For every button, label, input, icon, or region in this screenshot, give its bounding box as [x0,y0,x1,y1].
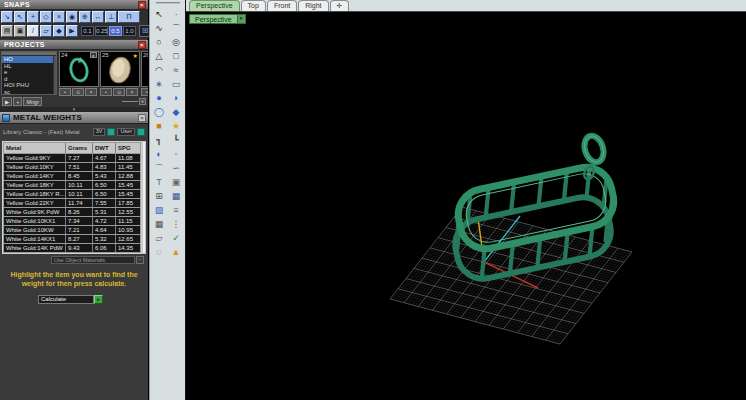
library-user-indicator[interactable] [137,128,145,136]
viewport-tab[interactable]: Front [267,0,297,11]
toolbar-button[interactable]: ▦ [151,218,167,231]
table-row[interactable]: White Gold:14KX1 8.27 5.32 12.65 [4,235,140,243]
viewport-title-dropdown[interactable]: Perspective ▼ [189,14,246,24]
osnap-button[interactable]: ◉ [66,11,78,23]
snap-value-field[interactable]: 0.25 [95,26,108,36]
toolbar-button[interactable]: ⌒ [151,162,167,175]
chevron-down-icon[interactable]: ▼ [237,14,246,24]
thumb-delete-button[interactable]: × [85,88,97,96]
thumb-select-button[interactable]: • [100,88,112,96]
toolbar-button[interactable]: ▧ [151,204,167,217]
snap-tool-button[interactable]: ▱ [40,25,52,37]
toolbar-button[interactable]: □ [168,50,184,63]
slider-plus-button[interactable]: + [139,98,146,105]
pendant-model[interactable] [450,133,618,283]
osnap-button[interactable]: × [53,11,65,23]
table-row[interactable]: White Gold:10KX1 7.34 4.72 11.15 [4,217,140,225]
snap-tool-button[interactable]: / [27,25,39,37]
toolbar-button[interactable]: ∙ [168,8,184,21]
thumb-delete-button[interactable]: × [126,88,138,96]
toolbar-button[interactable]: ┗ [168,134,184,147]
calculate-go-icon[interactable]: ▸ [94,295,103,304]
thumb-select-button[interactable]: • [141,88,148,96]
close-icon[interactable]: × [138,1,146,9]
toolbar-button[interactable]: ⋮ [168,218,184,231]
table-row[interactable]: Yellow Gold:22KY 11.74 7.55 17.85 [4,199,140,207]
snap-tool-button[interactable]: ▶ [66,25,78,37]
thumbnail-play-icon[interactable]: ▸ [90,52,97,58]
toolbar-button[interactable]: ★ [168,120,184,133]
library-3v-indicator[interactable] [107,128,115,136]
thumbnail-24[interactable]: 24 ▸ • ⊙ × [59,51,99,96]
close-icon[interactable]: × [138,114,146,122]
thumbnail-26[interactable]: 26 • ⊙ [141,51,148,96]
table-row[interactable]: White Gold:10KW 7.21 4.64 10.95 [4,226,140,234]
dropdown-arrow-icon[interactable]: ▪ [136,256,144,264]
viewport-tab[interactable]: Top [241,0,266,11]
toolbar-button[interactable]: ≡ [168,204,184,217]
osnap-button[interactable]: ↘ [1,11,13,23]
library-user-button[interactable]: User [117,128,135,136]
toolbar-button[interactable]: ⌒ [168,22,184,35]
toolbar-button[interactable]: ■ [151,120,167,133]
toolbar-button[interactable]: ∽ [168,162,184,175]
snap-value-field[interactable]: 0.5 [109,26,122,36]
toolbar-button[interactable]: ┓ [151,134,167,147]
toolbar-button[interactable]: T [151,176,167,189]
materials-dropdown-value[interactable]: Use Object Materials [51,256,135,264]
viewport-tab[interactable]: Right [298,0,328,11]
perspective-viewport[interactable]: Perspective ▼ [186,12,746,400]
toolbar-button[interactable]: ∿ [151,22,167,35]
toolbar-button[interactable]: ⊞ [151,190,167,203]
table-row[interactable]: Yellow Gold:14KY 8.45 5.43 12.88 [4,172,140,180]
project-play-button[interactable]: ▶ [2,97,12,106]
thumbnail-25[interactable]: 25 ★ • ⊙ × [100,51,140,96]
table-row[interactable]: Yellow Gold:10KY 7.51 4.83 11.45 [4,163,140,171]
toolbar-button[interactable]: ∗ [151,78,167,91]
calculate-button[interactable]: Calculate [38,295,94,304]
table-row[interactable]: White Gold:9K PdW 8.26 5.31 12.55 [4,208,140,216]
toolbar-drag-handle[interactable] [156,2,180,4]
osnap-button[interactable]: ⊥ [105,11,117,23]
toolbar-button[interactable]: ↖ [151,8,167,21]
toolbar-button[interactable]: ◐ [151,148,167,161]
snap-value-field[interactable]: 0.1 [81,26,94,36]
toolbar-button[interactable]: ◦ [168,148,184,161]
toolbar-button[interactable]: △ [151,50,167,63]
toolbar-button[interactable]: ▭ [168,78,184,91]
star-icon[interactable]: ★ [133,52,138,59]
osnap-button[interactable]: Π [118,11,140,23]
toolbar-button[interactable]: ◎ [168,36,184,49]
project-list-scrollbar[interactable] [53,56,56,94]
osnap-button[interactable]: ◇ [40,11,52,23]
osnap-button[interactable]: ↔ [92,11,104,23]
toolbar-button[interactable]: ▣ [168,176,184,189]
toolbar-button[interactable]: ✓ [168,232,184,245]
toolbar-button[interactable]: ◠ [151,64,167,77]
viewport-tab[interactable]: ✛ [330,0,350,11]
snap-tool-button[interactable]: ◆ [53,25,65,37]
table-row[interactable]: Yellow Gold:9KY 7.27 4.67 11.08 [4,154,140,162]
toolbar-button[interactable]: ● [151,92,167,105]
3d-scene[interactable] [186,12,746,400]
thumbnail-size-slider[interactable]: + [122,98,146,105]
osnap-button[interactable]: + [27,11,39,23]
snap-value-field[interactable]: 1.0 [123,26,136,36]
close-icon[interactable]: × [138,41,146,49]
table-row[interactable]: White Gold:14K PdW 9.43 6.06 14.35 [4,244,140,252]
table-row[interactable]: Yellow Gold:18KY R... 10.11 6.50 15.45 [4,190,140,198]
toolbar-button[interactable]: ▦ [168,190,184,203]
viewport-title[interactable]: Perspective [189,14,237,24]
toolbar-button[interactable]: ◗ [168,92,184,105]
toolbar-button[interactable]: ◆ [168,106,184,119]
library-3v-button[interactable]: 3V [93,128,106,136]
project-manager-button[interactable]: Mngr [23,97,42,106]
snap-tool-button[interactable]: ▤ [1,25,13,37]
table-row[interactable]: Yellow Gold:18KY 10.11 6.50 15.45 [4,181,140,189]
osnap-button[interactable]: ⊕ [79,11,91,23]
osnap-button[interactable]: ↖ [14,11,26,23]
thumb-find-button[interactable]: ⊙ [72,88,84,96]
slider-track[interactable] [122,101,138,102]
toolbar-button[interactable]: ≈ [168,64,184,77]
toolbar-button[interactable]: ◌ [151,246,167,259]
